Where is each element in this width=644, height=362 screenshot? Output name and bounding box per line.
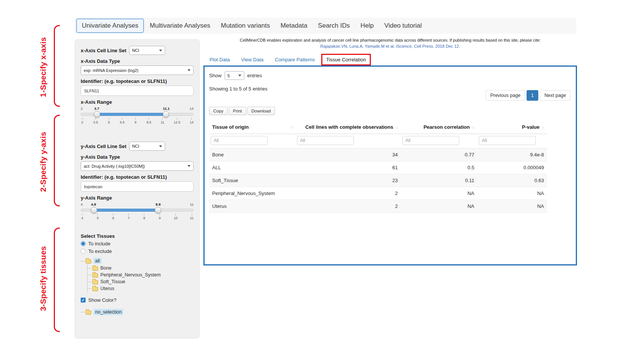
sort-icon[interactable]: ↑↓ <box>472 125 474 130</box>
column-header-pearson[interactable]: Pearson correlation↑↓ <box>401 120 477 134</box>
table-filter-row <box>209 134 547 148</box>
cell-pvalue: 0.63 <box>477 174 547 187</box>
annotation-step2: 2-Specify y-axis <box>39 132 48 192</box>
exclude-label: To exclude <box>88 248 112 254</box>
slider-tick: 12.5 <box>174 118 180 124</box>
slider-track[interactable] <box>81 209 194 212</box>
folder-icon <box>92 280 98 284</box>
column-header-pvalue[interactable]: P-value↑↓ <box>477 120 547 134</box>
cell-tissue: ALL <box>209 161 295 174</box>
tree-node-no-selection[interactable]: no_selection <box>81 308 194 316</box>
filter-input-pearson[interactable] <box>402 136 459 145</box>
next-page-button[interactable]: Next page <box>540 90 571 101</box>
previous-page-button[interactable]: Previous page <box>486 90 525 101</box>
result-tabs: Plot Data View Data Compare Patterns Tis… <box>203 55 577 64</box>
table-row[interactable]: ALL 61 0.5 0.000049 <box>209 161 547 174</box>
tab-video-tutorial[interactable]: Video tutorial <box>379 19 427 32</box>
cell-tissue: Uterus <box>209 200 295 213</box>
show-color-checkbox[interactable]: ✓ <box>81 298 86 303</box>
slider-track[interactable] <box>81 113 194 116</box>
slider-handle-to[interactable] <box>155 207 161 214</box>
y-axis-range-slider[interactable]: 4 4.8 8.8 11 4 5 6 7 8 9 10 11 <box>81 202 194 220</box>
slider-tick: 9 <box>158 214 161 220</box>
folder-icon <box>92 267 98 271</box>
cell-pvalue: 0.000049 <box>477 161 547 174</box>
exclude-radio-row[interactable]: To exclude <box>81 248 194 254</box>
table-row[interactable]: Bone 34 0.77 9.4e-8 <box>209 148 547 161</box>
tab-plot-data[interactable]: Plot Data <box>206 55 233 64</box>
select-tissues-label: Select Tissues <box>81 233 194 239</box>
tab-univariate-analyses[interactable]: Univariate Analyses <box>76 19 144 33</box>
chevron-down-icon <box>159 50 162 51</box>
cellminercdb-app: 1-Specify x-axis 2-Specify y-axis 3-Spec… <box>0 0 644 362</box>
include-label: To include <box>88 241 111 247</box>
cell-cell-lines: 61 <box>295 161 401 174</box>
slider-value-labels: 4 4.8 8.8 11 <box>81 202 194 208</box>
slider-handle-to[interactable] <box>163 111 169 118</box>
slider-tick: 6.5 <box>120 118 125 124</box>
y-data-type-select[interactable]: act: Drug Activity (-log10[IC50M]) <box>81 161 194 171</box>
y-identifier-input[interactable] <box>81 181 194 192</box>
tab-view-data[interactable]: View Data <box>237 55 267 64</box>
page-size-controls: Show 5 entries <box>209 71 571 80</box>
table-row[interactable]: Uterus 2 NA NA <box>209 200 547 213</box>
x-identifier-input[interactable] <box>81 86 194 96</box>
filter-input-tissue[interactable] <box>211 136 267 145</box>
include-radio-row[interactable]: To include <box>81 241 194 247</box>
include-radio[interactable] <box>81 241 86 246</box>
slider-tick: 2 <box>81 118 84 124</box>
tree-node-all[interactable]: all <box>81 257 194 265</box>
slider-from-label: 3.7 <box>94 106 99 111</box>
x-data-type-label: x-Axis Data Type <box>81 58 194 64</box>
tree-node-bone[interactable]: Bone <box>92 265 194 272</box>
tab-help[interactable]: Help <box>355 19 378 32</box>
table-row[interactable]: Soft_Tissue 23 0.11 0.63 <box>209 174 547 187</box>
column-header-cell-lines[interactable]: Cell lines with complete observations↑↓ <box>295 120 401 134</box>
slider-to-label: 11.1 <box>163 106 170 111</box>
annotation-step3: 3-Specify tissues <box>39 246 48 311</box>
cell-pearson: 0.11 <box>401 174 477 187</box>
page-size-select[interactable]: 5 <box>225 71 244 80</box>
tab-mutation-variants[interactable]: Mutation variants <box>216 19 275 32</box>
sort-icon[interactable]: ↑↓ <box>542 125 544 130</box>
x-axis-range-slider[interactable]: 2 3.7 11.1 14 2 3.5 5 6.5 8 9.5 11 12.5 … <box>81 106 194 124</box>
annotation-bracket-1 <box>54 25 60 107</box>
column-header-tissue[interactable]: Tissue of origin ↑↓ <box>209 120 295 134</box>
filter-input-pvalue[interactable] <box>479 136 536 145</box>
show-color-row[interactable]: ✓ Show Color? <box>81 297 194 303</box>
control-sidebar: x-Axis Cell Line Set NCI x-Axis Data Typ… <box>75 39 200 339</box>
tab-multivariate-analyses[interactable]: Multivariate Analyses <box>145 19 215 32</box>
slider-handle-from[interactable] <box>94 111 100 118</box>
copy-button[interactable]: Copy <box>209 107 228 115</box>
x-identifier-label: Identifier: (e.g. topotecan or SLFN11) <box>81 78 194 84</box>
slider-handle-from[interactable] <box>91 207 97 214</box>
tree-node-uterus[interactable]: Uterus <box>92 285 194 292</box>
cell-cell-lines: 2 <box>295 200 401 213</box>
cell-cell-lines: 34 <box>295 148 401 161</box>
sort-icon[interactable]: ↑↓ <box>395 125 398 130</box>
x-cell-line-set-select[interactable]: NCI <box>129 46 165 55</box>
table-row[interactable]: Peripheral_Nervous_System 2 NA NA <box>209 187 547 200</box>
slider-tick: 5 <box>96 214 99 220</box>
exclude-radio[interactable] <box>81 249 86 254</box>
print-button[interactable]: Print <box>229 107 246 115</box>
tab-metadata[interactable]: Metadata <box>275 19 312 32</box>
sort-icon[interactable]: ↑↓ <box>290 125 292 129</box>
tree-label: Uterus <box>100 286 114 291</box>
tab-search-ids[interactable]: Search IDs <box>313 19 355 32</box>
tree-node-peripheral-nervous-system[interactable]: Peripheral_Nervous_System <box>92 272 194 278</box>
column-label: Pearson correlation <box>424 124 470 130</box>
chevron-down-icon <box>188 69 191 71</box>
tab-compare-patterns[interactable]: Compare Patterns <box>271 55 319 64</box>
annotation-step1: 1-Specify x-axis <box>39 37 48 97</box>
tree-node-soft-tissue[interactable]: Soft_Tissue <box>92 278 194 285</box>
filter-input-cell-lines[interactable] <box>297 136 354 145</box>
citation-link[interactable]: Rajapakse.VN, Luna.A, Yamade.M et al. iS… <box>203 44 577 48</box>
x-data-type-select[interactable]: exp: mRNA Expression (log2) <box>81 66 194 75</box>
page-1-button[interactable]: 1 <box>527 90 538 101</box>
y-cell-line-set-select[interactable]: NCI <box>129 142 165 151</box>
main-nav: Univariate Analyses Multivariate Analyse… <box>75 18 576 34</box>
chevron-down-icon <box>159 145 162 147</box>
download-button[interactable]: Download <box>247 107 275 115</box>
tab-tissue-correlation[interactable]: Tissue Correlation <box>322 55 370 64</box>
